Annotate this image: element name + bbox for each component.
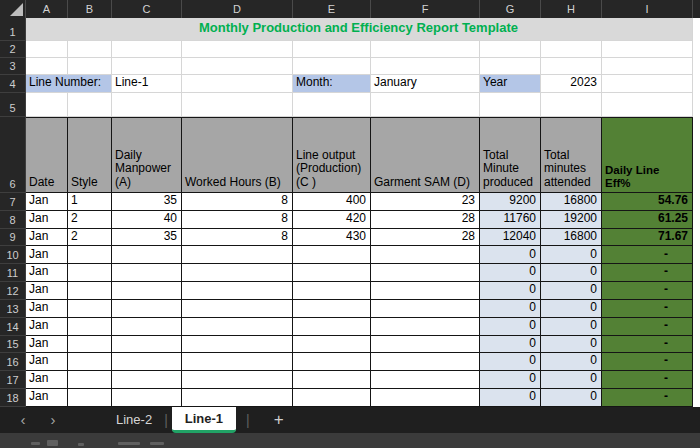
cell-F15[interactable] [371,336,480,354]
cell-H15[interactable]: 0 [541,336,602,354]
cell-H8[interactable]: 19200 [541,211,602,229]
cell-H11[interactable]: 0 [541,264,602,282]
year-value-cell[interactable]: 2023 [541,75,602,93]
row-header-12[interactable]: 12 [0,282,26,300]
header-garment-sam[interactable]: Garment SAM (D) [371,117,480,193]
cell-H12[interactable]: 0 [541,282,602,300]
cell-F8[interactable]: 28 [371,211,480,229]
cell-H13[interactable]: 0 [541,300,602,318]
cell-B14[interactable] [68,318,112,336]
row-header-16[interactable]: 16 [0,353,26,371]
sheet-nav-next-icon[interactable]: › [42,407,64,433]
add-sheet-button[interactable]: + [274,407,284,433]
cell-D2[interactable] [182,41,293,58]
cell-F3[interactable] [371,58,480,75]
cell-A11[interactable]: 05-Jan [26,264,68,282]
column-header-A[interactable]: A [26,0,68,18]
row-header-8[interactable]: 8 [0,211,26,229]
row-header-1[interactable]: 1 [0,18,26,41]
cell-D3[interactable] [182,58,293,75]
cell-D12[interactable] [182,282,293,300]
cell-A16[interactable]: 10-Jan [26,353,68,371]
cell-F7[interactable]: 23 [371,193,480,211]
cell-D5[interactable] [182,93,293,117]
cell-G9[interactable]: 12040 [480,229,541,247]
cell-I3[interactable] [602,58,693,75]
cell-C2[interactable] [112,41,182,58]
cell-F16[interactable] [371,353,480,371]
cell-F2[interactable] [371,41,480,58]
cell-G2[interactable] [480,41,541,58]
cell-C7[interactable]: 35 [112,193,182,211]
cell-B15[interactable] [68,336,112,354]
cell-D18[interactable] [182,389,293,407]
cell-I14[interactable]: - [602,318,693,336]
cell-A10[interactable]: 04-Jan [26,246,68,264]
cell-D17[interactable] [182,371,293,389]
cell-E2[interactable] [293,41,371,58]
cell-E10[interactable] [293,246,371,264]
cell-D14[interactable] [182,318,293,336]
cell-E12[interactable] [293,282,371,300]
cell-E15[interactable] [293,336,371,354]
sheet-nav-prev-icon[interactable]: ‹ [12,407,34,433]
row-header-6[interactable]: 6 [0,117,26,193]
cell-D11[interactable] [182,264,293,282]
row-header-15[interactable]: 15 [0,336,26,354]
cell-F12[interactable] [371,282,480,300]
cell-A12[interactable]: 06-Jan [26,282,68,300]
cell-B10[interactable] [68,246,112,264]
cell-E3[interactable] [293,58,371,75]
cell-F11[interactable] [371,264,480,282]
sheet-tab-line-2[interactable]: Line-2 [104,407,164,433]
row-header-9[interactable]: 9 [0,229,26,247]
cell-I5[interactable] [602,93,693,117]
cell-I17[interactable]: - [602,371,693,389]
cell-I13[interactable]: - [602,300,693,318]
header-style[interactable]: Style [68,117,112,193]
cell-I18[interactable]: - [602,389,693,407]
cell-A13[interactable]: 07-Jan [26,300,68,318]
cell-E17[interactable] [293,371,371,389]
cell-C11[interactable] [112,264,182,282]
cell-G8[interactable]: 11760 [480,211,541,229]
cell-C16[interactable] [112,353,182,371]
row-header-5[interactable]: 5 [0,93,26,117]
cell-G10[interactable]: 0 [480,246,541,264]
cell-H17[interactable]: 0 [541,371,602,389]
row-header-2[interactable]: 2 [0,41,26,58]
cell-E8[interactable]: 420 [293,211,371,229]
cell-G14[interactable]: 0 [480,318,541,336]
row-header-4[interactable]: 4 [0,75,26,93]
cell-H18[interactable]: 0 [541,389,602,407]
cell-F14[interactable] [371,318,480,336]
cell-D16[interactable] [182,353,293,371]
cell-B7[interactable]: Style-1 [68,193,112,211]
row-header-3[interactable]: 3 [0,58,26,75]
header-minute-produced[interactable]: Total Minute produced [480,117,541,193]
cell-E11[interactable] [293,264,371,282]
header-daily-line-eff[interactable]: Daily Line Eff% [602,117,693,193]
cell-F10[interactable] [371,246,480,264]
column-header-B[interactable]: B [68,0,112,18]
column-header-E[interactable]: E [293,0,371,18]
row-header-11[interactable]: 11 [0,264,26,282]
cell-G13[interactable]: 0 [480,300,541,318]
cell-D7[interactable]: 8 [182,193,293,211]
cell-C14[interactable] [112,318,182,336]
row-header-10[interactable]: 10 [0,246,26,264]
cell-I10[interactable]: - [602,246,693,264]
cell-I7[interactable]: 54.76 [602,193,693,211]
header-date[interactable]: Date [26,117,68,193]
cell-C8[interactable]: 40 [112,211,182,229]
cell-A15[interactable]: 09-Jan [26,336,68,354]
cell-H9[interactable]: 16800 [541,229,602,247]
header-manpower[interactable]: Daily Manpower (A) [112,117,182,193]
cell-I2[interactable] [602,41,693,58]
cell-A14[interactable]: 08-Jan [26,318,68,336]
header-line-output[interactable]: Line output (Production) (C ) [293,117,371,193]
cell-B11[interactable] [68,264,112,282]
row-header-18[interactable]: 18 [0,389,26,407]
cell-H16[interactable]: 0 [541,353,602,371]
cell-B17[interactable] [68,371,112,389]
